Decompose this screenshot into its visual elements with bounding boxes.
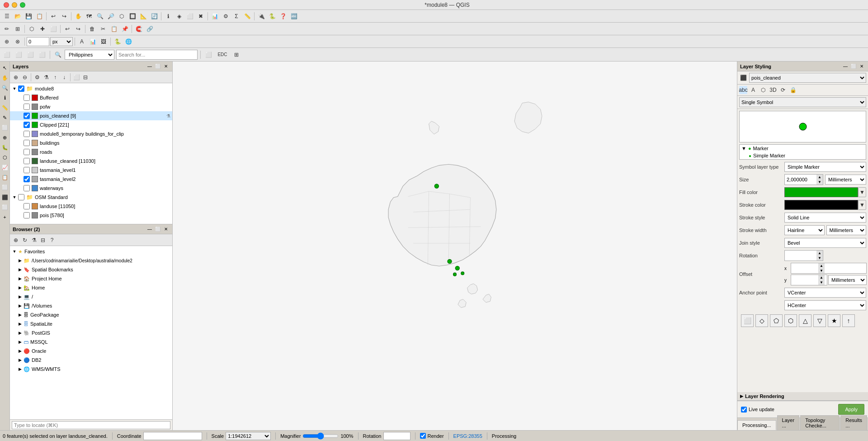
layer-pofw[interactable]: ▶ pofw <box>10 102 172 111</box>
locbar-nav-btn[interactable]: ⬜ <box>2 50 12 60</box>
grid-btn[interactable]: ⊞ <box>231 50 241 60</box>
offset-y-up[interactable]: ▲ <box>818 275 825 280</box>
shape-diamond-btn[interactable]: ◇ <box>755 314 768 327</box>
prop-value-anchor-h[interactable]: HCenter <box>784 300 866 310</box>
tool-measure[interactable]: 📏 <box>0 103 9 112</box>
rotation-status-input[interactable]: 0,0 ° <box>383 432 410 440</box>
edit-pencil-btn[interactable]: ✏ <box>2 24 12 34</box>
shape-star-btn[interactable]: ★ <box>828 314 840 327</box>
layer-check-pofw[interactable] <box>24 104 30 110</box>
snap-icon2-btn[interactable]: ⊗ <box>13 37 23 47</box>
close-button[interactable] <box>4 2 9 8</box>
tool-overview[interactable]: ⬜ <box>0 183 9 192</box>
prop-value-stroke-style[interactable]: Solid Line <box>784 213 866 223</box>
offset-x-down[interactable]: ▼ <box>818 268 825 273</box>
style-diagram-btn[interactable]: ⬡ <box>759 86 767 94</box>
rotation-input[interactable]: 0,00 ° <box>785 251 816 261</box>
layer-down-btn[interactable]: ↓ <box>60 73 68 81</box>
prop-value-slt[interactable]: Simple Marker <box>784 162 866 172</box>
tool-annotation[interactable]: ✎ <box>0 113 9 122</box>
tool-feature-form[interactable]: ⬜ <box>0 123 9 132</box>
edit-undo-btn[interactable]: ↩ <box>62 24 72 34</box>
layer-check-pois[interactable] <box>24 212 30 218</box>
layer-up-btn[interactable]: ↑ <box>51 73 59 81</box>
plugins-btn[interactable]: 🔌 <box>256 11 266 21</box>
identify-btn[interactable]: ℹ <box>163 11 173 21</box>
python2-btn[interactable]: 🐍 <box>113 37 123 47</box>
diagram-btn[interactable]: 📊 <box>88 37 98 47</box>
layer-landuse[interactable]: ▶ landuse [11050] <box>10 202 172 211</box>
tool-zoom[interactable]: 🔍 <box>0 83 9 92</box>
layer-buildings[interactable]: ▶ buildings <box>10 138 172 147</box>
browser-spatial-bookmarks[interactable]: ▶ 🔖 Spatial Bookmarks <box>10 265 172 274</box>
select-btn[interactable]: ◈ <box>174 11 184 21</box>
browser-search-input[interactable] <box>12 421 170 429</box>
style-symbol-type-select[interactable]: Single Symbol <box>739 97 866 107</box>
browser-spatialite[interactable]: ▶ 🗄 SpatiaLite <box>10 319 172 328</box>
browser-oracle[interactable]: ▶ 🔴 Oracle <box>10 346 172 356</box>
zoom-layer-btn[interactable]: 📐 <box>138 11 148 21</box>
style-close-btn[interactable]: ✕ <box>858 63 865 70</box>
layer-check-waterways[interactable] <box>24 185 30 191</box>
size-up-btn[interactable]: ▲ <box>816 175 823 180</box>
browser-close-btn[interactable]: ✕ <box>162 226 170 233</box>
style-panel-controls[interactable]: — ⬜ ✕ <box>842 63 865 70</box>
save-as-btn[interactable]: 📋 <box>34 11 44 21</box>
browser-db2[interactable]: ▶ 🔵 DB2 <box>10 356 172 365</box>
filter-layer-btn[interactable]: ⚗ <box>42 73 50 81</box>
fill-color-dropdown-btn[interactable]: ▼ <box>858 187 866 197</box>
snap-icon-btn[interactable]: ⊕ <box>2 37 12 47</box>
search-input[interactable] <box>116 50 198 60</box>
tool-debug[interactable]: 🐛 <box>0 143 9 152</box>
layers-minimize-btn[interactable]: — <box>146 63 153 70</box>
svg-btn[interactable]: 🖼 <box>99 37 108 47</box>
open-project-btn[interactable]: 📂 <box>13 11 23 21</box>
browser-minimize-btn[interactable]: — <box>146 226 153 233</box>
browser-wms[interactable]: ▶ 🌐 WMS/WMTS <box>10 365 172 374</box>
px-input[interactable]: 0 <box>27 37 49 46</box>
browser-volumes[interactable]: ▶ 💾 /Volumes <box>10 301 172 310</box>
browser-root[interactable]: ▶ 💻 / <box>10 292 172 301</box>
layer-check-roads[interactable] <box>24 149 30 155</box>
tool-tiles[interactable]: ⬛ <box>0 193 9 202</box>
move-feature-btn[interactable]: ⬜ <box>48 24 58 34</box>
layer-check-tasmania1[interactable] <box>24 167 30 173</box>
layer-pois-cleaned[interactable]: ▶ pois_cleaned [9] ⚗ <box>10 111 172 120</box>
size-spinner[interactable]: 2,000000 ▲ ▼ <box>784 174 823 185</box>
layer-check-landuse[interactable] <box>24 203 30 209</box>
zoom-selection-btn[interactable]: 🔲 <box>127 11 137 21</box>
snapping-btn[interactable]: 🧲 <box>134 24 144 34</box>
offset-y-down[interactable]: ▼ <box>818 280 825 285</box>
stats-btn[interactable]: Σ <box>231 11 241 21</box>
tool-log[interactable]: 📋 <box>0 173 9 182</box>
measure-btn[interactable]: 📏 <box>242 11 252 21</box>
add-layer-btn[interactable]: ⊕ <box>12 73 20 81</box>
layers-controls[interactable]: — ⬜ ✕ <box>146 63 170 70</box>
tree-marker[interactable]: ▼ ● Marker <box>740 145 866 152</box>
map-canvas[interactable] <box>173 62 737 430</box>
shape-tri-down-btn[interactable]: ▽ <box>813 314 826 327</box>
tool-3d[interactable]: ⬡ <box>0 153 9 162</box>
redo-btn[interactable]: ↪ <box>59 11 69 21</box>
layers-close-btn[interactable]: ✕ <box>162 63 170 70</box>
style-abc-btn[interactable]: abc <box>739 86 747 94</box>
browser-favorites[interactable]: ▼ ★ Favorites <box>10 247 172 256</box>
epsg-label[interactable]: EPSG:28355 <box>453 433 482 439</box>
add-feature-btn[interactable]: ✚ <box>38 24 47 34</box>
browser-controls[interactable]: — ⬜ ✕ <box>146 226 170 233</box>
tab-processing[interactable]: Processing... <box>737 420 776 430</box>
browser-filter-btn[interactable]: ⚗ <box>30 236 38 244</box>
tool-elevation[interactable]: 📈 <box>0 163 9 172</box>
layer-landuse-cleaned[interactable]: ▶ landuse_cleaned [11030] <box>10 156 172 166</box>
apply-button[interactable]: Apply <box>838 404 864 415</box>
browser-project-home[interactable]: ▶ 🏠 Project Home <box>10 274 172 283</box>
shape-triangle-btn[interactable]: △ <box>799 314 811 327</box>
offset-unit-select[interactable]: Millimeters <box>828 275 867 285</box>
annotation-btn[interactable]: 🔤 <box>289 11 299 21</box>
layer-check-buffered[interactable] <box>24 95 30 101</box>
layer-waterways[interactable]: ▶ waterways <box>10 184 172 193</box>
layers-float-btn[interactable]: ⬜ <box>154 63 161 70</box>
tool-select[interactable]: ↖ <box>0 63 9 72</box>
tool-pan[interactable]: ✋ <box>0 73 9 82</box>
stroke-width-unit-select[interactable]: Millimeters <box>826 225 867 235</box>
